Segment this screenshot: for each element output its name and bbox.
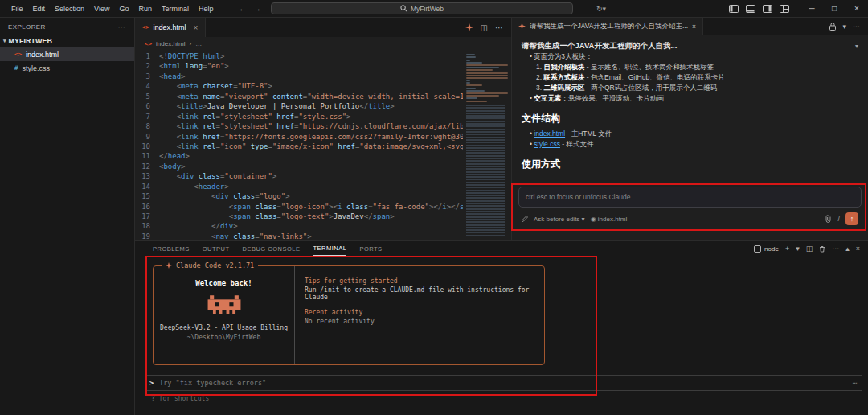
close-chat-tab-icon[interactable]: × [692,23,696,31]
breadcrumb[interactable]: <> index.html › … [135,37,511,50]
menu-run[interactable]: Run [133,0,157,18]
folder-myfirtweb[interactable]: ▾ MYFIRTWEB [0,35,134,47]
code-line: 19 <nav class="nav-links"> [135,232,511,240]
customize-layout-icon[interactable] [780,5,789,13]
close-panel-icon[interactable]: × [856,244,860,253]
minimap[interactable] [463,51,511,240]
usage-heading: 使用方式 [522,158,858,171]
attach-icon[interactable] [825,215,832,223]
chevron-down-icon[interactable]: ▾ [796,244,800,253]
editor-more-icon[interactable]: ⋯ [495,23,503,32]
breadcrumb-separator: › [190,40,192,47]
send-button[interactable]: ↑ [845,212,858,225]
slash-commands-icon[interactable]: / [837,215,840,223]
tab-index-html[interactable]: <> index.html × [135,18,206,37]
terminal-view[interactable]: Claude Code v2.1.71 Welcome back! [135,265,868,406]
chevron-down-icon: ▾ [3,38,6,44]
claude-code-welcome-box: Claude Code v2.1.71 Welcome back! [153,265,545,365]
search-icon [400,5,407,12]
breadcrumb-more[interactable]: … [195,40,202,47]
panel-more-icon[interactable]: ⋯ [832,244,839,253]
maximize-panel-icon[interactable]: ▴ [845,244,850,253]
menu-go[interactable]: Go [114,0,133,18]
line-number: 13 [135,171,159,181]
code-line: 17 <span class="logo-text">JavaDev</span… [135,212,511,221]
back-icon[interactable]: ← [239,4,253,13]
code-line: 8 <link rel="stylesheet" href="https://c… [135,121,511,131]
toggle-sidebar-icon[interactable] [729,5,739,13]
new-terminal-icon[interactable]: + [785,244,789,253]
file-link[interactable]: style.css [534,140,560,148]
terminal-shell-badge[interactable]: node [754,245,779,253]
edit-mode-select[interactable]: Ask before edits ▾ [534,216,585,223]
minimize-button[interactable]: ─ [800,0,823,18]
line-number: 12 [135,162,159,171]
line-number: 15 [135,191,159,201]
intro-line: • 页面分为3大板块： [522,51,858,62]
explorer-more-icon[interactable]: ⋯ [118,23,126,31]
close-tab-icon[interactable]: × [193,23,198,32]
code-line: 12<body> [135,162,511,171]
code-editor[interactable]: 1<!DOCTYPE html>2<html lang="en">3<head>… [135,50,511,240]
panel-tab-output[interactable]: OUTPUT [203,242,230,256]
code-line: 14 <header> [135,182,511,191]
menu-selection[interactable]: Selection [50,0,89,18]
forward-icon[interactable]: → [253,4,268,13]
line-number: 4 [135,81,159,91]
panel-tab-debug-console[interactable]: DEBUG CONSOLE [243,242,301,256]
html-file-icon: <> [142,24,149,31]
terminal-prompt-input[interactable]: > Try "fix typecheck errors" ⋯ [145,375,862,391]
chat-tab-bar: 请帮我生成一个JAVA开发工程师的个人自我介绍主... × ▾ ⋯ [512,18,868,35]
claude-prompt-input[interactable]: ctrl esc to focus or unfocus Claude [518,187,862,208]
line-number: 17 [135,212,159,221]
pencil-icon [522,216,528,222]
recent-history-button[interactable]: ↻▾ [596,0,606,18]
code-line: 16 <span class="logo-icon"><i class="fas… [135,202,511,212]
user-prompt-summary[interactable]: 请帮我生成一个JAVA开发工程师的个人自我... ▾ [522,40,858,51]
panel-tab-bar: PROBLEMSOUTPUTDEBUG CONSOLETERMINALPORTS… [135,241,868,256]
chat-tab[interactable]: 请帮我生成一个JAVA开发工程师的个人自我介绍主... × [512,18,703,35]
line-number: 18 [135,221,159,231]
code-line: 6 <title>Java Developer | Personal Portf… [135,101,511,111]
menu-view[interactable]: View [89,0,114,18]
file-tree: <>index.html#style.css [0,47,134,75]
split-editor-icon[interactable]: ◫ [481,23,488,32]
prompt-more-icon[interactable]: ⋯ [853,379,857,387]
chat-more-icon[interactable]: ⋯ [853,23,860,31]
file-structure-item: • index.html - 主HTML 文件 [522,129,858,139]
chevron-down-icon[interactable]: ▾ [842,23,846,31]
code-line: 1<!DOCTYPE html> [135,51,511,61]
claude-spark-icon[interactable] [465,23,473,31]
menu-file[interactable]: File [6,0,28,18]
file-item-style.css[interactable]: #style.css [0,61,134,75]
panel-tab-terminal[interactable]: TERMINAL [313,241,346,256]
command-center-search[interactable]: MyFirtWeb [271,2,573,14]
split-terminal-icon[interactable]: ◫ [806,244,813,253]
line-number: 1 [135,51,159,61]
claude-chat-panel: 请帮我生成一个JAVA开发工程师的个人自我介绍主... × ▾ ⋯ 请帮我生成一… [511,18,868,240]
toggle-panel-icon[interactable] [746,5,755,13]
context-chip[interactable]: ◉ index.html [591,216,628,223]
collapse-icon[interactable]: ▾ [855,43,858,50]
file-link[interactable]: index.html [534,129,565,138]
menu-help[interactable]: Help [194,0,219,18]
lock-icon[interactable] [829,23,836,31]
kill-terminal-icon[interactable] [819,245,825,253]
panel-tab-problems[interactable]: PROBLEMS [153,242,190,256]
tips-heading: Tips for getting started [305,277,534,285]
file-item-index.html[interactable]: <>index.html [0,47,134,61]
breadcrumb-file[interactable]: index.html [156,40,185,47]
menu-terminal[interactable]: Terminal [157,0,194,18]
line-number: 16 [135,202,159,212]
line-number: 8 [135,121,159,131]
close-button[interactable]: × [845,0,868,18]
panel-tab-ports[interactable]: PORTS [359,242,382,256]
bullet-icon: • [530,94,532,102]
shortcuts-hint: ? for shortcuts [145,391,862,406]
code-line: 18 </div> [135,221,511,231]
line-number: 3 [135,72,159,81]
claude-code-version: Claude Code v2.1.71 [176,261,254,269]
menu-edit[interactable]: Edit [28,0,51,18]
maximize-button[interactable]: □ [823,0,845,18]
toggle-secondary-sidebar-icon[interactable] [763,5,772,13]
